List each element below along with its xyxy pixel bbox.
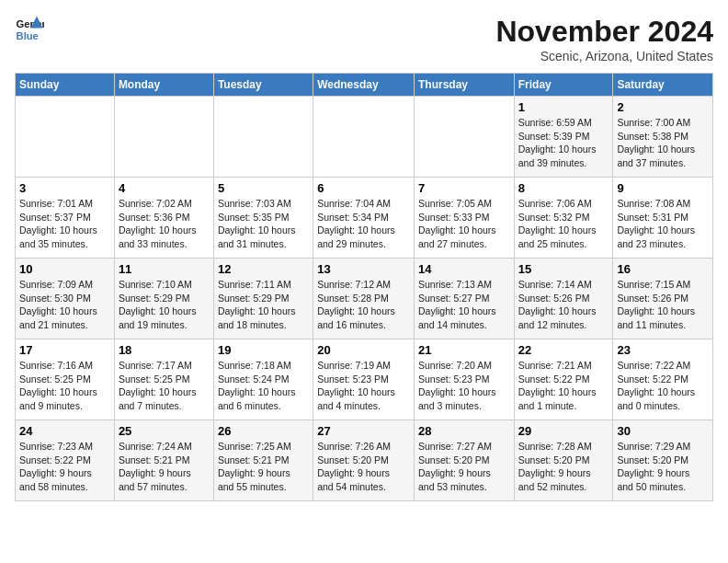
day-number: 28 [418, 424, 510, 438]
day-number: 30 [617, 424, 709, 438]
calendar-cell: 27Sunrise: 7:26 AM Sunset: 5:20 PM Dayli… [313, 420, 415, 501]
calendar-cell: 15Sunrise: 7:14 AM Sunset: 5:26 PM Dayli… [514, 259, 613, 339]
day-number: 13 [317, 262, 410, 276]
calendar-header: SundayMondayTuesdayWednesdayThursdayFrid… [16, 74, 713, 97]
calendar-cell [414, 97, 514, 178]
day-number: 25 [119, 424, 210, 438]
day-info: Sunrise: 7:22 AM Sunset: 5:22 PM Dayligh… [617, 359, 709, 413]
calendar-cell: 3Sunrise: 7:01 AM Sunset: 5:37 PM Daylig… [16, 178, 115, 259]
day-number: 8 [518, 181, 609, 195]
calendar-cell: 28Sunrise: 7:27 AM Sunset: 5:20 PM Dayli… [414, 420, 514, 501]
day-number: 1 [518, 100, 609, 114]
header: General Blue November 2024 Scenic, Arizo… [15, 15, 713, 63]
day-info: Sunrise: 7:00 AM Sunset: 5:38 PM Dayligh… [617, 116, 709, 170]
week-row-1: 1Sunrise: 6:59 AM Sunset: 5:39 PM Daylig… [16, 97, 713, 178]
day-number: 11 [119, 262, 210, 276]
day-number: 14 [418, 262, 510, 276]
day-number: 17 [19, 343, 110, 357]
weekday-header-sunday: Sunday [16, 74, 115, 97]
calendar-cell: 8Sunrise: 7:06 AM Sunset: 5:32 PM Daylig… [514, 178, 613, 259]
day-number: 23 [617, 343, 709, 357]
day-info: Sunrise: 7:15 AM Sunset: 5:26 PM Dayligh… [617, 278, 709, 332]
day-number: 27 [317, 424, 410, 438]
calendar-cell: 12Sunrise: 7:11 AM Sunset: 5:29 PM Dayli… [213, 259, 313, 339]
weekday-header-friday: Friday [514, 74, 613, 97]
week-row-2: 3Sunrise: 7:01 AM Sunset: 5:37 PM Daylig… [16, 178, 713, 259]
calendar-cell: 26Sunrise: 7:25 AM Sunset: 5:21 PM Dayli… [213, 420, 313, 501]
day-number: 16 [617, 262, 709, 276]
calendar-table: SundayMondayTuesdayWednesdayThursdayFrid… [15, 73, 713, 501]
day-number: 6 [317, 181, 410, 195]
calendar-cell: 21Sunrise: 7:20 AM Sunset: 5:23 PM Dayli… [414, 339, 514, 420]
calendar-cell: 25Sunrise: 7:24 AM Sunset: 5:21 PM Dayli… [114, 420, 213, 501]
day-info: Sunrise: 7:10 AM Sunset: 5:29 PM Dayligh… [119, 278, 210, 332]
weekday-header-tuesday: Tuesday [213, 74, 313, 97]
calendar-cell: 18Sunrise: 7:17 AM Sunset: 5:25 PM Dayli… [114, 339, 213, 420]
day-info: Sunrise: 7:12 AM Sunset: 5:28 PM Dayligh… [317, 278, 410, 332]
subtitle: Scenic, Arizona, United States [495, 49, 713, 63]
calendar-cell: 30Sunrise: 7:29 AM Sunset: 5:20 PM Dayli… [613, 420, 713, 501]
calendar-cell: 14Sunrise: 7:13 AM Sunset: 5:27 PM Dayli… [414, 259, 514, 339]
day-info: Sunrise: 7:20 AM Sunset: 5:23 PM Dayligh… [418, 359, 510, 413]
day-number: 20 [317, 343, 410, 357]
calendar-cell: 2Sunrise: 7:00 AM Sunset: 5:38 PM Daylig… [613, 97, 713, 178]
day-info: Sunrise: 7:02 AM Sunset: 5:36 PM Dayligh… [119, 197, 210, 251]
day-number: 18 [119, 343, 210, 357]
day-info: Sunrise: 7:18 AM Sunset: 5:24 PM Dayligh… [218, 359, 309, 413]
calendar-cell: 24Sunrise: 7:23 AM Sunset: 5:22 PM Dayli… [16, 420, 115, 501]
calendar-cell: 16Sunrise: 7:15 AM Sunset: 5:26 PM Dayli… [613, 259, 713, 339]
day-info: Sunrise: 7:09 AM Sunset: 5:30 PM Dayligh… [19, 278, 110, 332]
day-info: Sunrise: 7:28 AM Sunset: 5:20 PM Dayligh… [518, 440, 609, 494]
day-info: Sunrise: 7:17 AM Sunset: 5:25 PM Dayligh… [119, 359, 210, 413]
calendar-cell: 4Sunrise: 7:02 AM Sunset: 5:36 PM Daylig… [114, 178, 213, 259]
day-info: Sunrise: 7:03 AM Sunset: 5:35 PM Dayligh… [218, 197, 309, 251]
month-title: November 2024 [495, 15, 713, 49]
calendar-cell [313, 97, 415, 178]
day-info: Sunrise: 7:05 AM Sunset: 5:33 PM Dayligh… [418, 197, 510, 251]
calendar-cell: 9Sunrise: 7:08 AM Sunset: 5:31 PM Daylig… [613, 178, 713, 259]
calendar-body: 1Sunrise: 6:59 AM Sunset: 5:39 PM Daylig… [16, 97, 713, 501]
day-number: 9 [617, 181, 709, 195]
weekday-header-wednesday: Wednesday [313, 74, 415, 97]
day-number: 24 [19, 424, 110, 438]
calendar-cell: 17Sunrise: 7:16 AM Sunset: 5:25 PM Dayli… [16, 339, 115, 420]
calendar-cell: 11Sunrise: 7:10 AM Sunset: 5:29 PM Dayli… [114, 259, 213, 339]
calendar-cell: 6Sunrise: 7:04 AM Sunset: 5:34 PM Daylig… [313, 178, 415, 259]
day-info: Sunrise: 7:23 AM Sunset: 5:22 PM Dayligh… [19, 440, 110, 494]
day-info: Sunrise: 7:01 AM Sunset: 5:37 PM Dayligh… [19, 197, 110, 251]
calendar-cell: 19Sunrise: 7:18 AM Sunset: 5:24 PM Dayli… [213, 339, 313, 420]
day-number: 4 [119, 181, 210, 195]
day-number: 10 [19, 262, 110, 276]
weekday-header-saturday: Saturday [613, 74, 713, 97]
calendar-cell: 1Sunrise: 6:59 AM Sunset: 5:39 PM Daylig… [514, 97, 613, 178]
day-info: Sunrise: 7:16 AM Sunset: 5:25 PM Dayligh… [19, 359, 110, 413]
calendar-cell [16, 97, 115, 178]
title-area: November 2024 Scenic, Arizona, United St… [495, 15, 713, 63]
day-number: 19 [218, 343, 309, 357]
week-row-3: 10Sunrise: 7:09 AM Sunset: 5:30 PM Dayli… [16, 259, 713, 339]
logo-icon: General Blue [15, 15, 44, 44]
day-info: Sunrise: 7:29 AM Sunset: 5:20 PM Dayligh… [617, 440, 709, 494]
day-number: 5 [218, 181, 309, 195]
day-number: 21 [418, 343, 510, 357]
day-number: 22 [518, 343, 609, 357]
calendar-cell: 5Sunrise: 7:03 AM Sunset: 5:35 PM Daylig… [213, 178, 313, 259]
weekday-header-row: SundayMondayTuesdayWednesdayThursdayFrid… [16, 74, 713, 97]
calendar-cell: 29Sunrise: 7:28 AM Sunset: 5:20 PM Dayli… [514, 420, 613, 501]
day-number: 3 [19, 181, 110, 195]
day-number: 2 [617, 100, 709, 114]
day-number: 15 [518, 262, 609, 276]
day-info: Sunrise: 7:13 AM Sunset: 5:27 PM Dayligh… [418, 278, 510, 332]
day-info: Sunrise: 7:21 AM Sunset: 5:22 PM Dayligh… [518, 359, 609, 413]
day-info: Sunrise: 7:04 AM Sunset: 5:34 PM Dayligh… [317, 197, 410, 251]
svg-text:Blue: Blue [17, 30, 39, 41]
day-number: 12 [218, 262, 309, 276]
day-number: 7 [418, 181, 510, 195]
week-row-5: 24Sunrise: 7:23 AM Sunset: 5:22 PM Dayli… [16, 420, 713, 501]
calendar-cell: 20Sunrise: 7:19 AM Sunset: 5:23 PM Dayli… [313, 339, 415, 420]
day-info: Sunrise: 7:08 AM Sunset: 5:31 PM Dayligh… [617, 197, 709, 251]
week-row-4: 17Sunrise: 7:16 AM Sunset: 5:25 PM Dayli… [16, 339, 713, 420]
calendar-cell: 23Sunrise: 7:22 AM Sunset: 5:22 PM Dayli… [613, 339, 713, 420]
day-number: 29 [518, 424, 609, 438]
calendar-cell [114, 97, 213, 178]
